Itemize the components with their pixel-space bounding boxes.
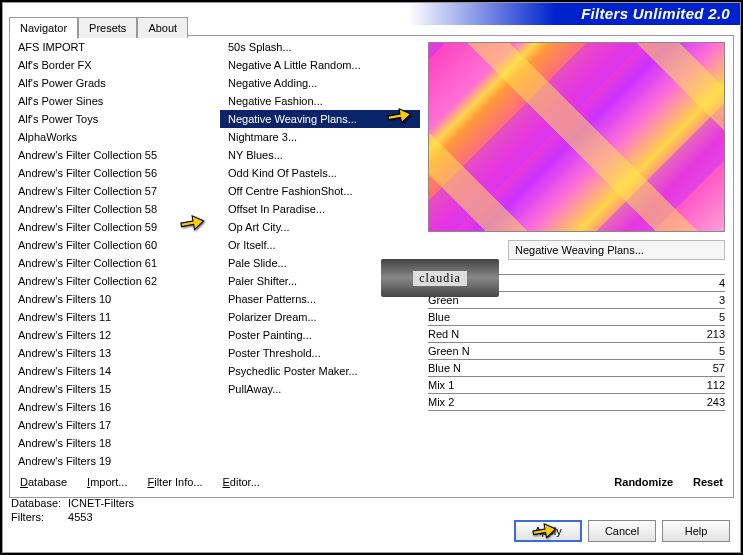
tab-presets[interactable]: Presets [78, 17, 137, 38]
app-frame: Filters Unlimited 2.0 NavigatorPresetsAb… [2, 2, 741, 553]
category-item[interactable]: Andrew's Filters 18 [10, 434, 220, 452]
category-item[interactable]: Alf's Power Sines [10, 92, 220, 110]
preview-image-box [428, 42, 725, 232]
panel-toolbar: Database Import... Filter Info... Editor… [10, 467, 733, 497]
param-row[interactable]: Blue5 [428, 308, 725, 325]
param-value: 213 [707, 328, 725, 340]
category-item[interactable]: Andrew's Filters 14 [10, 362, 220, 380]
param-value: 3 [719, 294, 725, 306]
param-value: 5 [719, 311, 725, 323]
category-item[interactable]: Andrew's Filter Collection 61 [10, 254, 220, 272]
filter-info-button[interactable]: Filter Info... [147, 476, 202, 488]
category-list[interactable]: AFS IMPORTAlf's Border FXAlf's Power Gra… [10, 36, 220, 465]
cancel-button[interactable]: Cancel [588, 520, 656, 542]
filter-item[interactable]: NY Blues... [220, 146, 420, 164]
param-value: 57 [713, 362, 725, 374]
import-button[interactable]: Import... [87, 476, 127, 488]
category-item[interactable]: Andrew's Filters 16 [10, 398, 220, 416]
apply-button[interactable]: Apply [514, 520, 582, 542]
category-item[interactable]: Andrew's Filters 13 [10, 344, 220, 362]
preview-image [429, 43, 724, 231]
database-button[interactable]: Database [20, 476, 67, 488]
param-name: Blue [428, 311, 450, 323]
watermark-text: claudia [413, 271, 467, 286]
category-item[interactable]: Andrew's Filters 10 [10, 290, 220, 308]
filter-item[interactable]: Polarizer Dream... [220, 308, 420, 326]
filter-item[interactable]: Poster Painting... [220, 326, 420, 344]
filter-list[interactable]: 50s Splash...Negative A Little Random...… [220, 36, 420, 465]
help-button[interactable]: Help [662, 520, 730, 542]
randomize-button[interactable]: Randomize [614, 476, 673, 488]
param-row[interactable]: Mix 2243 [428, 393, 725, 411]
category-item[interactable]: Andrew's Filters 11 [10, 308, 220, 326]
main-panel: AFS IMPORTAlf's Border FXAlf's Power Gra… [9, 35, 734, 498]
param-value: 112 [707, 379, 725, 391]
preview-panel: Negative Weaving Plans... Red4Green3Blue… [420, 36, 733, 465]
tab-navigator[interactable]: Navigator [9, 17, 78, 39]
param-name: Green N [428, 345, 470, 357]
param-value: 4 [719, 277, 725, 289]
tab-about[interactable]: About [137, 17, 188, 38]
filter-item[interactable]: Odd Kind Of Pastels... [220, 164, 420, 182]
category-item[interactable]: Andrew's Filter Collection 55 [10, 146, 220, 164]
filter-item[interactable]: Negative A Little Random... [220, 56, 420, 74]
filter-item[interactable]: Negative Weaving Plans... [220, 110, 420, 128]
category-item[interactable]: Andrew's Filters 15 [10, 380, 220, 398]
filter-item[interactable]: PullAway... [220, 380, 420, 398]
filter-item[interactable]: Op Art City... [220, 218, 420, 236]
param-row[interactable]: Mix 1112 [428, 376, 725, 393]
param-value: 5 [719, 345, 725, 357]
reset-button[interactable]: Reset [693, 476, 723, 488]
param-row[interactable]: Blue N57 [428, 359, 725, 376]
param-row[interactable]: Green N5 [428, 342, 725, 359]
watermark-badge: claudia [381, 259, 499, 297]
tab-strip: NavigatorPresetsAbout [9, 17, 188, 38]
current-filter-name: Negative Weaving Plans... [508, 240, 725, 260]
filter-item[interactable]: Or Itself... [220, 236, 420, 254]
dialog-buttons: Apply Cancel Help [514, 520, 730, 542]
category-item[interactable]: Alf's Power Grads [10, 74, 220, 92]
param-name: Red N [428, 328, 459, 340]
app-title: Filters Unlimited 2.0 [581, 5, 730, 22]
category-item[interactable]: Andrew's Filter Collection 57 [10, 182, 220, 200]
filter-item[interactable]: Off Centre FashionShot... [220, 182, 420, 200]
filter-item[interactable]: Nightmare 3... [220, 128, 420, 146]
category-item[interactable]: Andrew's Filters 17 [10, 416, 220, 434]
category-item[interactable]: Andrew's Filters 12 [10, 326, 220, 344]
param-row[interactable]: Red N213 [428, 325, 725, 342]
category-item[interactable]: AFS IMPORT [10, 38, 220, 56]
category-item[interactable]: AlphaWorks [10, 128, 220, 146]
category-item[interactable]: Andrew's Filters 19 [10, 452, 220, 465]
category-item[interactable]: Andrew's Filter Collection 59 [10, 218, 220, 236]
param-name: Mix 1 [428, 379, 454, 391]
param-value: 243 [707, 396, 725, 408]
filter-item[interactable]: Psychedlic Poster Maker... [220, 362, 420, 380]
editor-button[interactable]: Editor... [223, 476, 260, 488]
filter-item[interactable]: Negative Fashion... [220, 92, 420, 110]
category-item[interactable]: Andrew's Filter Collection 58 [10, 200, 220, 218]
filter-item[interactable]: Poster Threshold... [220, 344, 420, 362]
category-item[interactable]: Alf's Border FX [10, 56, 220, 74]
param-name: Mix 2 [428, 396, 454, 408]
filter-item[interactable]: Offset In Paradise... [220, 200, 420, 218]
param-name: Blue N [428, 362, 461, 374]
category-item[interactable]: Andrew's Filter Collection 62 [10, 272, 220, 290]
filter-item[interactable]: 50s Splash... [220, 38, 420, 56]
category-item[interactable]: Alf's Power Toys [10, 110, 220, 128]
filter-item[interactable]: Negative Adding... [220, 74, 420, 92]
category-item[interactable]: Andrew's Filter Collection 56 [10, 164, 220, 182]
category-item[interactable]: Andrew's Filter Collection 60 [10, 236, 220, 254]
status-bar: Database: ICNET-Filters Filters: 4553 [11, 496, 134, 524]
